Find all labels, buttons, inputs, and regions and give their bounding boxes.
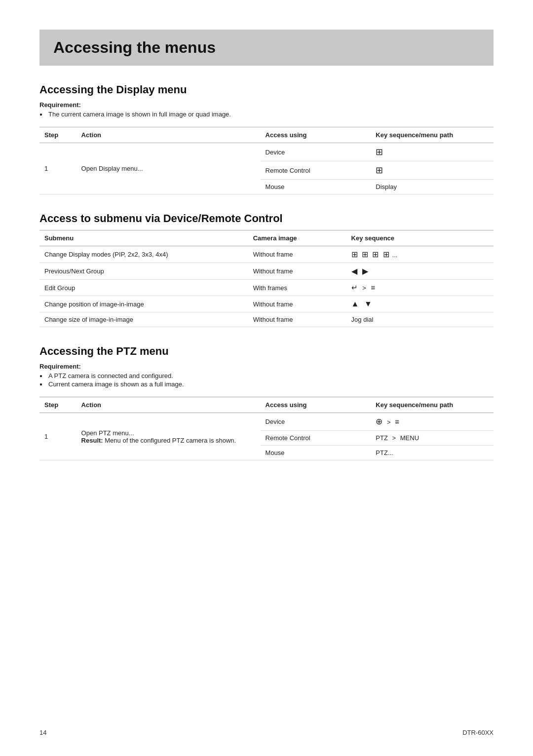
table-row: Change Display modes (PIP, 2x2, 3x3, 4x4…: [39, 246, 494, 263]
cell-submenu: Edit Group: [39, 280, 248, 296]
cell-keyseq: Jog dial: [346, 312, 494, 327]
grid-icon-remote: ⊞: [376, 165, 383, 175]
table-row: Previous/Next Group Without frame ◀ ▶: [39, 263, 494, 280]
th-camimage: Camera image: [248, 230, 346, 246]
table-row: Change size of image-in-image Without fr…: [39, 312, 494, 327]
cell-key: ⊕ > ≡: [371, 413, 494, 431]
greater-than: >: [392, 434, 396, 442]
quad-grid-icons: ⊞ ⊞ ⊞ ⊞: [351, 250, 390, 259]
greater-than: >: [362, 284, 366, 292]
cell-submenu: Change position of image-in-image: [39, 296, 248, 312]
cell-key: Display: [371, 180, 494, 194]
th-step: Step: [39, 127, 76, 143]
page: Accessing the menus Accessing the Displa…: [0, 0, 533, 756]
table-row: 1 Open Display menu... Device ⊞: [39, 143, 494, 161]
cell-key: PTZ > MENU: [371, 431, 494, 446]
cell-keyseq: ⊞ ⊞ ⊞ ⊞ ...: [346, 246, 494, 263]
ptz-menu-title: Accessing the PTZ menu: [39, 345, 494, 358]
greater-than: >: [387, 418, 391, 426]
arrow-icons: ◀ ▶: [351, 267, 370, 275]
cell-action: Open Display menu...: [76, 143, 261, 194]
ptz-result-label: Result:: [81, 437, 103, 444]
th-key: Key sequence/menu path: [371, 397, 494, 413]
display-menu-table: Step Action Access using Key sequence/me…: [39, 127, 494, 194]
cell-submenu: Change Display modes (PIP, 2x2, 3x3, 4x4…: [39, 246, 248, 263]
submenu-table: Submenu Camera image Key sequence Change…: [39, 230, 494, 327]
menu-icon: ≡: [371, 283, 375, 292]
cell-submenu: Previous/Next Group: [39, 263, 248, 280]
cell-key: PTZ...: [371, 446, 494, 460]
updown-arrow-icons: ▲ ▼: [351, 300, 374, 308]
enter-arrow-icon: ↵: [351, 283, 358, 292]
table-row: Edit Group With frames ↵ > ≡: [39, 280, 494, 296]
ptz-requirement-item-2: Current camera image is shown as a full …: [39, 380, 494, 388]
ptz-remote-key: PTZ: [376, 434, 388, 442]
page-footer: 14 DTR-60XX: [39, 729, 494, 736]
cell-step: 1: [39, 143, 76, 194]
ptz-result-text: Menu of the configured PTZ camera is sho…: [105, 437, 236, 444]
circleplus-icon: ⊕: [376, 417, 382, 426]
cell-camimage: With frames: [248, 280, 346, 296]
cell-access: Remote Control: [261, 431, 371, 446]
cell-camimage: Without frame: [248, 246, 346, 263]
table-header-row: Submenu Camera image Key sequence: [39, 230, 494, 246]
table-row: Change position of image-in-image Withou…: [39, 296, 494, 312]
cell-access: Mouse: [261, 180, 371, 194]
cell-keyseq: ◀ ▶: [346, 263, 494, 280]
th-submenu: Submenu: [39, 230, 248, 246]
cell-step: 1: [39, 413, 76, 460]
table-header-row: Step Action Access using Key sequence/me…: [39, 397, 494, 413]
display-requirements: The current camera image is shown in ful…: [39, 111, 494, 118]
display-menu-section: Accessing the Display menu Requirement: …: [39, 83, 494, 194]
cell-camimage: Without frame: [248, 312, 346, 327]
cell-access: Device: [261, 413, 371, 431]
th-action: Action: [76, 127, 261, 143]
cell-camimage: Without frame: [248, 296, 346, 312]
table-row: 1 Open PTZ menu... Result: Menu of the c…: [39, 413, 494, 431]
cell-action: Open PTZ menu... Result: Menu of the con…: [76, 413, 261, 460]
submenu-section: Access to submenu via Device/Remote Cont…: [39, 212, 494, 327]
page-title: Accessing the menus: [53, 38, 480, 57]
ptz-requirements: A PTZ camera is connected and configured…: [39, 372, 494, 388]
cell-access: Remote Control: [261, 161, 371, 180]
ptz-requirement-item-1: A PTZ camera is connected and configured…: [39, 372, 494, 379]
ellipsis: ...: [392, 251, 398, 259]
cell-key: ⊞: [371, 161, 494, 180]
display-menu-title: Accessing the Display menu: [39, 83, 494, 96]
cell-submenu: Change size of image-in-image: [39, 312, 248, 327]
menu-icon: ≡: [395, 417, 399, 426]
ptz-requirement-label: Requirement:: [39, 363, 494, 370]
submenu-title: Access to submenu via Device/Remote Cont…: [39, 212, 494, 225]
footer-page-number: 14: [39, 729, 46, 736]
th-access: Access using: [261, 397, 371, 413]
cell-camimage: Without frame: [248, 263, 346, 280]
th-step: Step: [39, 397, 76, 413]
ptz-action-result: Result: Menu of the configured PTZ camer…: [81, 437, 256, 444]
cell-keyseq: ▲ ▼: [346, 296, 494, 312]
ptz-action-main: Open PTZ menu...: [81, 429, 256, 437]
ptz-menu-section: Accessing the PTZ menu Requirement: A PT…: [39, 345, 494, 460]
cell-key: ⊞: [371, 143, 494, 161]
th-action: Action: [76, 397, 261, 413]
grid-icon: ⊞: [376, 147, 383, 157]
display-requirement-item: The current camera image is shown in ful…: [39, 111, 494, 118]
display-requirement-label: Requirement:: [39, 101, 494, 109]
th-keyseq: Key sequence: [346, 230, 494, 246]
menu-label: MENU: [400, 434, 419, 442]
footer-model: DTR-60XX: [462, 729, 494, 736]
cell-access: Device: [261, 143, 371, 161]
page-title-bar: Accessing the menus: [39, 30, 494, 66]
ptz-table: Step Action Access using Key sequence/me…: [39, 397, 494, 460]
table-header-row: Step Action Access using Key sequence/me…: [39, 127, 494, 143]
th-access: Access using: [261, 127, 371, 143]
th-key: Key sequence/menu path: [371, 127, 494, 143]
cell-keyseq: ↵ > ≡: [346, 280, 494, 296]
cell-access: Mouse: [261, 446, 371, 460]
